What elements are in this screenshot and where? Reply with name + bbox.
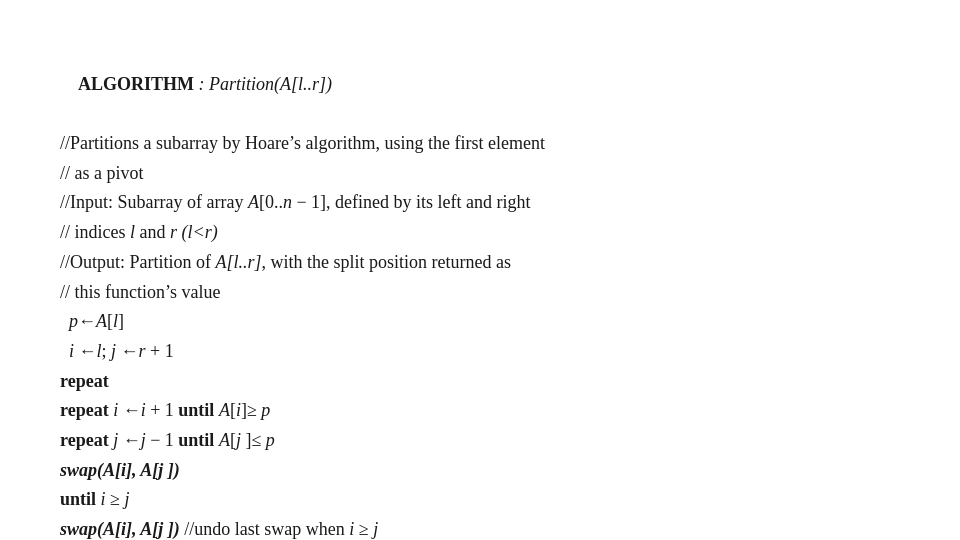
algorithm-block: ALGORITHM : Partition(A[l..r]) //Partiti… [60,40,545,540]
assign-ij: i ←l; j ←r + 1 [60,337,545,367]
until-ij: until i ≥ j [60,485,545,515]
comment-line-2: // as a pivot [60,159,545,189]
repeat-outer: repeat [60,367,545,397]
comment-line-5: //Output: Partition of A[l..r], with the… [60,248,545,278]
comment-line-3: //Input: Subarray of array A[0..n − 1], … [60,188,545,218]
comment-line-4: // indices l and r (l<r) [60,218,545,248]
repeat-i: repeat i ←i + 1 until A[i]≥ p [60,396,545,426]
algorithm-keyword: ALGORITHM [78,74,194,94]
algorithm-title: : Partition(A[l..r]) [194,74,332,94]
comment-line-1: //Partitions a subarray by Hoare’s algor… [60,129,545,159]
assign-p: p←A[l] [60,307,545,337]
repeat-j: repeat j ←j − 1 until A[j ]≤ p [60,426,545,456]
comment-line-6: // this function’s value [60,278,545,308]
swap-ij: swap(A[i], A[j ]) [60,456,545,486]
swap-undo: swap(A[i], A[j ]) //undo last swap when … [60,515,545,540]
title-line: ALGORITHM : Partition(A[l..r]) [60,40,545,129]
